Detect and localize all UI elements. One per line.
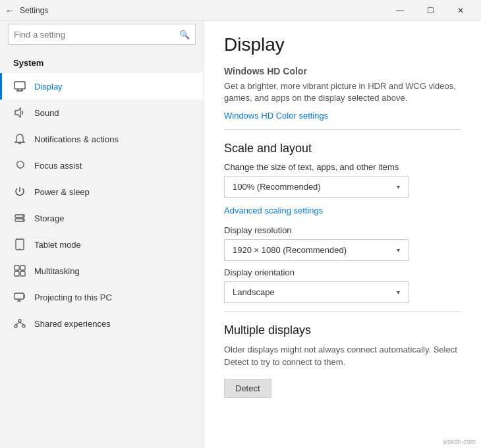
svg-line-23	[20, 322, 24, 325]
divider-2	[224, 311, 461, 312]
resolution-value: 1920 × 1080 (Recommended)	[233, 245, 347, 255]
sidebar-item-label-tablet: Tablet mode	[34, 240, 81, 250]
nav-list: DisplaySoundNotifications & actionsFocus…	[0, 73, 204, 337]
orientation-label: Display orientation	[224, 267, 461, 277]
svg-rect-13	[14, 271, 19, 276]
projecting-icon	[13, 291, 26, 304]
main-container: 🔍 System DisplaySoundNotifications & act…	[0, 21, 481, 448]
svg-point-10	[19, 248, 20, 249]
sidebar-item-label-storage: Storage	[34, 213, 65, 223]
sidebar-item-focus[interactable]: Focus assist	[0, 152, 204, 179]
sidebar-item-projecting[interactable]: Projecting to this PC	[0, 284, 204, 310]
watermark: wsxdn.com	[443, 438, 476, 445]
maximize-button[interactable]: ☐	[415, 0, 445, 21]
page-title: Display	[224, 34, 461, 55]
multiple-displays-heading: Multiple displays	[224, 323, 461, 337]
sidebar-item-storage[interactable]: Storage	[0, 205, 204, 231]
sidebar-item-label-multitasking: Multitasking	[34, 266, 80, 276]
resolution-dropdown[interactable]: 1920 × 1080 (Recommended) ▾	[224, 239, 409, 261]
focus-icon	[13, 159, 26, 172]
svg-point-7	[22, 215, 24, 217]
sidebar-item-notifications[interactable]: Notifications & actions	[0, 126, 204, 152]
scale-chevron-icon: ▾	[397, 183, 400, 190]
sidebar: 🔍 System DisplaySoundNotifications & act…	[0, 21, 204, 448]
scale-dropdown[interactable]: 100% (Recommended) ▾	[224, 176, 409, 198]
multiple-desc: Older displays might not always connect …	[224, 344, 461, 368]
display-icon	[13, 80, 26, 93]
svg-rect-14	[20, 271, 25, 276]
sidebar-item-label-shared: Shared experiences	[34, 319, 111, 329]
orientation-value: Landscape	[233, 287, 275, 297]
svg-rect-12	[20, 266, 25, 270]
sidebar-item-label-display: Display	[34, 82, 63, 92]
orientation-dropdown[interactable]: Landscape ▾	[224, 281, 409, 303]
resolution-label: Display resolution	[224, 225, 461, 235]
sidebar-item-display[interactable]: Display	[0, 73, 204, 99]
sidebar-item-tablet[interactable]: Tablet mode	[0, 231, 204, 258]
notifications-icon	[13, 132, 26, 146]
sidebar-item-label-notifications: Notifications & actions	[34, 134, 119, 144]
search-icon: 🔍	[179, 30, 190, 40]
orientation-chevron-icon: ▾	[397, 289, 400, 296]
sidebar-item-label-projecting: Projecting to this PC	[34, 293, 112, 302]
scale-value: 100% (Recommended)	[233, 182, 321, 192]
sidebar-item-label-sound: Sound	[34, 108, 59, 118]
settings-panel: Display Windows HD Color Get a brighter,…	[204, 21, 481, 448]
svg-point-20	[14, 325, 17, 327]
sidebar-item-power[interactable]: Power & sleep	[0, 179, 204, 205]
close-button[interactable]: ✕	[445, 0, 476, 21]
system-label: System	[0, 50, 204, 73]
sound-icon	[13, 106, 26, 119]
storage-icon	[13, 211, 26, 225]
hd-color-link[interactable]: Windows HD Color settings	[224, 111, 328, 121]
minimize-button[interactable]: —	[385, 0, 415, 21]
back-icon: ←	[5, 5, 14, 16]
shared-icon	[13, 317, 26, 330]
multitasking-icon	[13, 264, 26, 277]
search-box[interactable]: 🔍	[8, 24, 196, 45]
panel-inner: Display Windows HD Color Get a brighter,…	[204, 21, 481, 411]
back-button[interactable]: ←	[5, 5, 14, 16]
sidebar-item-label-power: Power & sleep	[34, 187, 90, 197]
svg-point-8	[22, 219, 24, 221]
svg-rect-0	[14, 82, 25, 89]
svg-point-21	[22, 325, 25, 327]
scale-label: Change the size of text, apps, and other…	[224, 162, 461, 172]
svg-marker-4	[15, 108, 20, 117]
power-icon	[13, 185, 26, 198]
titlebar: ← Settings — ☐ ✕	[0, 0, 481, 21]
resolution-chevron-icon: ▾	[397, 246, 400, 254]
titlebar-title: Settings	[20, 6, 385, 15]
sidebar-item-label-focus: Focus assist	[34, 161, 82, 171]
hd-color-desc: Get a brighter, more vibrant picture in …	[224, 80, 461, 104]
sidebar-item-sound[interactable]: Sound	[0, 99, 204, 126]
tablet-icon	[13, 238, 26, 251]
hd-color-title: Windows HD Color	[224, 66, 461, 76]
scale-section-heading: Scale and layout	[224, 142, 461, 155]
advanced-scaling-link[interactable]: Advanced scaling settings	[224, 206, 323, 215]
svg-line-22	[16, 322, 20, 325]
detect-button[interactable]: Detect	[224, 379, 271, 398]
svg-rect-11	[14, 266, 19, 270]
window-controls: — ☐ ✕	[385, 0, 476, 21]
sidebar-item-multitasking[interactable]: Multitasking	[0, 258, 204, 284]
sidebar-item-shared[interactable]: Shared experiences	[0, 310, 204, 337]
divider-1	[224, 129, 461, 130]
search-input[interactable]	[14, 30, 179, 40]
svg-point-19	[18, 320, 21, 322]
svg-rect-15	[14, 293, 24, 299]
